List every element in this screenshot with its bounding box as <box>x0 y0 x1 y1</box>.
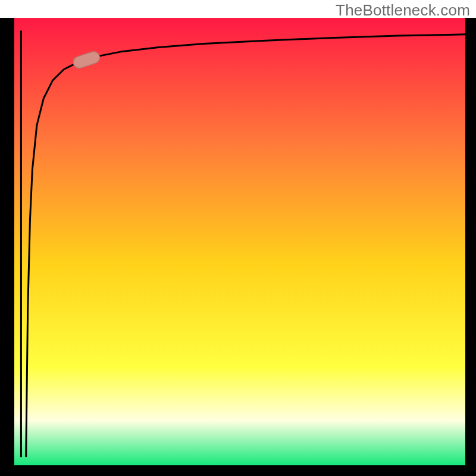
frame-bottom <box>0 465 476 476</box>
watermark-label: TheBottleneck.com <box>336 1 470 20</box>
plot-area <box>0 18 476 476</box>
frame-right <box>465 18 476 476</box>
gradient-background <box>14 18 465 465</box>
frame-left <box>0 18 14 476</box>
chart-container: TheBottleneck.com <box>0 0 476 476</box>
chart-svg <box>0 0 476 476</box>
